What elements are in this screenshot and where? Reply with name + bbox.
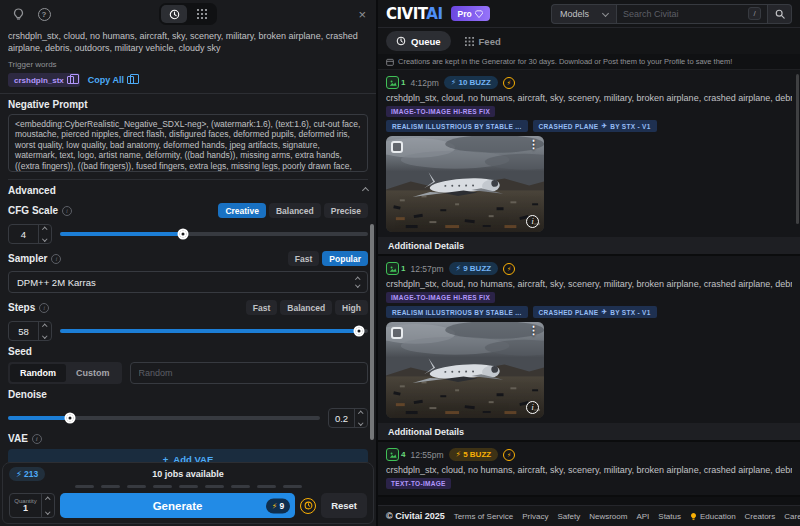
priority-ring-icon[interactable]: ⚡ [503, 263, 515, 275]
footer-link-privacy[interactable]: Privacy [522, 512, 548, 521]
card-prompt[interactable]: crshdpln_stx, cloud, no humans, aircraft… [386, 465, 792, 475]
buzz-balance-pill[interactable]: ⚡ 213 [9, 467, 45, 481]
image-select-checkbox[interactable] [391, 327, 403, 339]
additional-details-toggle[interactable]: Additional Details [378, 423, 800, 440]
prompt-textarea[interactable]: crshdpln_stx, cloud, no humans, aircraft… [8, 30, 368, 55]
search-button[interactable] [768, 4, 792, 24]
stepper-up[interactable] [42, 494, 54, 506]
slider-thumb[interactable] [178, 229, 189, 240]
panel-scrollbar[interactable] [370, 224, 374, 440]
seed-option-custom[interactable]: Custom [66, 364, 120, 382]
slider-thumb[interactable] [353, 326, 364, 337]
close-panel-icon[interactable]: × [358, 8, 366, 21]
reset-button[interactable]: Reset [321, 493, 367, 518]
model-badge[interactable]: REALISM ILLUSTRIOUS BY STABLE ... [386, 120, 528, 132]
generation-card: 1 4:12pm ⚡ 10 BUZZ ⚡ crshdpln_stx, cloud… [378, 70, 800, 256]
footer-link-safety[interactable]: Safety [557, 512, 580, 521]
slider-thumb[interactable] [65, 413, 76, 424]
footer-link-status[interactable]: Status [658, 512, 681, 521]
pro-badge[interactable]: Pro [451, 6, 490, 21]
search-scope-select[interactable]: Models [551, 4, 616, 24]
cfg-preset-precise[interactable]: Precise [324, 203, 368, 218]
denoise-number-input[interactable]: 0.2 [328, 408, 368, 428]
cfg-preset-creative[interactable]: Creative [218, 203, 266, 218]
sampler-select[interactable]: DPM++ 2M Karras [8, 271, 368, 293]
cfg-label: CFG Scale [8, 205, 58, 216]
workflow-badge[interactable]: IMAGE-TO-IMAGE HI-RES FIX [386, 106, 495, 117]
footer-link-careers[interactable]: Careers [784, 512, 800, 521]
search-icon [775, 9, 785, 19]
type-badges: TEXT-TO-IMAGE [386, 478, 792, 495]
civitai-logo[interactable]: CIVITAI [386, 5, 443, 23]
vae-label: VAE i [8, 433, 368, 444]
workflow-badge[interactable]: TEXT-TO-IMAGE [386, 478, 451, 489]
model-badge[interactable]: CRASHED PLANE ✈ BY STX - V1 [533, 306, 657, 318]
steps-preset-fast[interactable]: Fast [246, 300, 277, 315]
negative-prompt-textarea[interactable]: <embedding:CyberRealistic_Negative_SDXL-… [8, 114, 368, 172]
trigger-word-tag[interactable]: crshdpln_stx [8, 73, 80, 87]
sampler-preset-popular[interactable]: Popular [322, 251, 368, 266]
cfg-preset-balanced[interactable]: Balanced [269, 203, 321, 218]
copyright: © Civitai 2025 [386, 511, 445, 521]
image-menu-icon[interactable]: ⋮ [528, 138, 539, 151]
image-info-icon[interactable]: i [526, 401, 539, 414]
steps-number-input[interactable]: 58 [8, 321, 52, 341]
additional-details-toggle[interactable]: Additional Details [378, 237, 800, 254]
card-prompt[interactable]: crshdpln_stx, cloud, no humans, aircraft… [386, 93, 792, 103]
generated-image[interactable]: ⋮ i [386, 322, 544, 418]
search-input[interactable] [623, 9, 744, 19]
generated-image[interactable]: ⋮ i [386, 136, 544, 232]
cfg-stepper [38, 225, 51, 243]
model-badge[interactable]: REALISM ILLUSTRIOUS BY STABLE ... [386, 306, 528, 318]
image-info-icon[interactable]: i [526, 215, 539, 228]
priority-clock-icon[interactable] [300, 498, 316, 514]
footer-link-education[interactable]: Education [690, 512, 736, 521]
queue-cards: 1 4:12pm ⚡ 10 BUZZ ⚡ crshdpln_stx, cloud… [378, 70, 800, 505]
workflow-badge[interactable]: IMAGE-TO-IMAGE HI-RES FIX [386, 292, 495, 303]
card-prompt[interactable]: crshdpln_stx, cloud, no humans, aircraft… [386, 279, 792, 289]
lightbulb-icon[interactable] [10, 6, 26, 22]
tab-queue[interactable]: Queue [386, 31, 451, 51]
stepper-up[interactable] [39, 225, 51, 234]
cfg-slider[interactable] [60, 232, 368, 236]
copy-all-button[interactable]: Copy All [88, 75, 134, 85]
footer-link-terms[interactable]: Terms of Service [454, 512, 514, 521]
info-icon: i [62, 206, 72, 216]
advanced-accordion[interactable]: Advanced [8, 179, 368, 196]
footer-link-creators[interactable]: Creators [745, 512, 776, 521]
main-area: CIVITAI Pro Models / [378, 0, 800, 526]
priority-ring-icon[interactable]: ⚡ [503, 77, 515, 89]
denoise-slider[interactable] [8, 416, 320, 420]
stepper-up[interactable] [355, 409, 367, 418]
image-count: 1 [386, 76, 405, 89]
stepper-down[interactable] [39, 331, 51, 340]
image-select-checkbox[interactable] [391, 141, 403, 153]
generate-button[interactable]: Generate ⚡ 9 [60, 493, 295, 518]
stepper-down[interactable] [39, 234, 51, 243]
history-view-icon[interactable] [161, 5, 187, 23]
tab-feed[interactable]: Feed [455, 31, 511, 51]
stepper-down[interactable] [42, 506, 54, 518]
help-icon[interactable]: ? [36, 6, 52, 22]
sampler-preset-fast[interactable]: Fast [288, 251, 319, 266]
image-menu-icon[interactable]: ⋮ [528, 324, 539, 337]
steps-slider[interactable] [60, 329, 368, 333]
seed-option-random[interactable]: Random [10, 364, 66, 382]
footer-link-newsroom[interactable]: Newsroom [589, 512, 627, 521]
seed-input[interactable] [130, 362, 369, 384]
stepper-down[interactable] [355, 418, 367, 427]
grid-view-icon[interactable] [189, 5, 215, 23]
buzz-cost-badge: ⚡ 5 BUZZ [449, 448, 499, 461]
priority-ring-icon[interactable]: ⚡ [503, 449, 515, 461]
footer-link-api[interactable]: API [636, 512, 649, 521]
steps-preset-balanced[interactable]: Balanced [280, 300, 332, 315]
model-badge[interactable]: CRASHED PLANE ✈ BY STX - V1 [533, 120, 657, 132]
cfg-number-input[interactable]: 4 [8, 224, 52, 244]
steps-preset-high[interactable]: High [335, 300, 368, 315]
queue-scrollbar[interactable] [796, 74, 799, 224]
quantity-stepper[interactable]: Quantity 1 [9, 493, 55, 518]
add-vae-button[interactable]: + Add VAE [8, 449, 368, 462]
stepper-up[interactable] [39, 322, 51, 331]
job-slots [9, 485, 367, 488]
image-icon [386, 76, 399, 89]
